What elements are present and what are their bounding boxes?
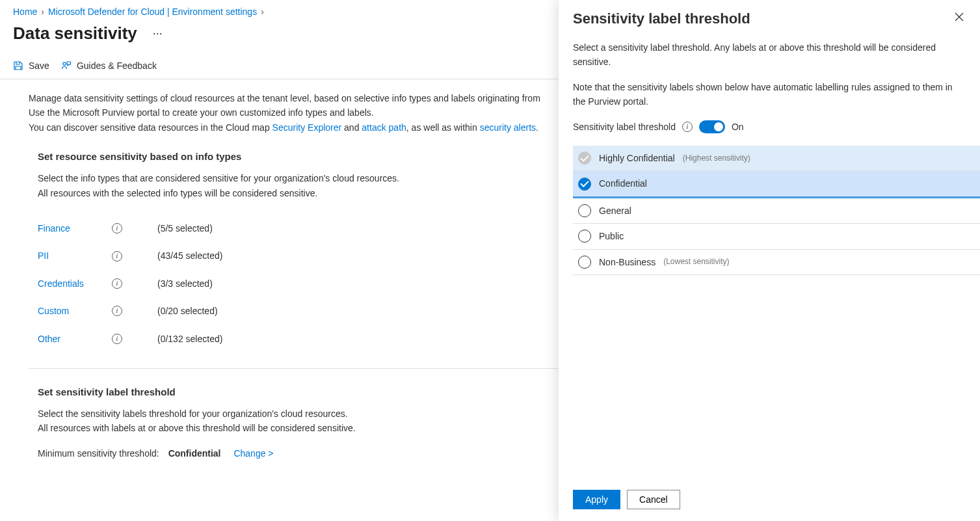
panel-desc-2: Note that the sensitivity labels shown b…	[573, 80, 966, 109]
breadcrumb-home[interactable]: Home	[13, 7, 37, 17]
min-threshold-label: Minimum sensitivity threshold:	[38, 448, 159, 459]
min-threshold-value: Confidential	[168, 448, 221, 459]
radio-button[interactable]	[578, 204, 591, 217]
label-name: Non-Business	[599, 255, 656, 269]
infotype-count: (3/3 selected)	[157, 276, 213, 291]
info-icon[interactable]: i	[112, 251, 122, 261]
info-icon[interactable]: i	[112, 334, 122, 344]
infotype-link-finance[interactable]: Finance	[38, 221, 103, 235]
infotype-link-other[interactable]: Other	[38, 332, 103, 346]
radio-button[interactable]	[578, 178, 591, 191]
link-security-explorer[interactable]: Security Explorer	[272, 122, 342, 133]
sensitivity-label-option[interactable]: General	[573, 198, 980, 224]
cancel-button[interactable]: Cancel	[627, 490, 680, 509]
infotype-count: (5/5 selected)	[157, 221, 213, 235]
panel-desc-1: Select a sensitivity label threshold. An…	[573, 40, 966, 70]
close-icon	[954, 12, 964, 22]
sensitivity-threshold-panel: Sensitivity label threshold Select a sen…	[559, 0, 980, 521]
info-icon[interactable]: i	[112, 278, 122, 289]
sensitivity-label-option[interactable]: Public	[573, 224, 980, 249]
chevron-right-icon: ›	[261, 7, 264, 17]
info-icon[interactable]: i	[112, 223, 122, 234]
save-icon	[13, 60, 23, 71]
change-threshold-link[interactable]: Change >	[233, 448, 273, 459]
label-name: Public	[599, 229, 624, 243]
sensitivity-label-option[interactable]: Highly Confidential(Highest sensitivity)	[573, 146, 980, 171]
person-feedback-icon	[61, 60, 72, 71]
infotype-count: (0/132 selected)	[157, 332, 222, 346]
infotype-link-pii[interactable]: PII	[38, 248, 103, 263]
label-hint: (Highest sensitivity)	[683, 152, 750, 165]
toggle-state: On	[732, 120, 744, 134]
panel-title: Sensitivity label threshold	[573, 10, 750, 27]
infotype-link-custom[interactable]: Custom	[38, 304, 103, 318]
apply-button[interactable]: Apply	[573, 490, 620, 509]
svg-point-0	[63, 62, 66, 65]
chevron-right-icon: ›	[41, 7, 44, 17]
sensitivity-label-option[interactable]: Confidential	[573, 171, 980, 198]
infotype-link-credentials[interactable]: Credentials	[38, 276, 103, 291]
breadcrumb-defender[interactable]: Microsoft Defender for Cloud | Environme…	[48, 7, 257, 17]
link-attack-path[interactable]: attack path	[362, 122, 406, 133]
page-title: Data sensitivity	[13, 23, 137, 44]
link-security-alerts[interactable]: security alerts	[480, 122, 536, 133]
threshold-toggle[interactable]	[699, 120, 725, 133]
save-label: Save	[29, 60, 49, 71]
save-button[interactable]: Save	[13, 60, 49, 71]
infotype-count: (43/45 selected)	[157, 248, 222, 263]
radio-button[interactable]	[578, 230, 591, 243]
toggle-label: Sensitivity label threshold	[573, 120, 676, 134]
radio-button[interactable]	[578, 256, 591, 269]
label-name: Highly Confidential	[599, 151, 675, 165]
label-name: General	[599, 204, 631, 218]
info-icon[interactable]: i	[112, 306, 122, 316]
close-panel-button[interactable]	[953, 10, 966, 25]
info-icon[interactable]: i	[682, 122, 693, 132]
label-hint: (Lowest sensitivity)	[663, 256, 729, 268]
intro-text: Manage data sensitivity settings of clou…	[29, 91, 614, 135]
guides-feedback-button[interactable]: Guides & Feedback	[61, 60, 157, 71]
guides-label: Guides & Feedback	[77, 60, 157, 71]
sensitivity-label-option[interactable]: Non-Business(Lowest sensitivity)	[573, 250, 980, 275]
radio-button[interactable]	[578, 152, 591, 165]
more-actions-button[interactable]: ···	[149, 24, 166, 43]
infotype-count: (0/20 selected)	[157, 304, 218, 318]
label-name: Confidential	[599, 176, 647, 191]
